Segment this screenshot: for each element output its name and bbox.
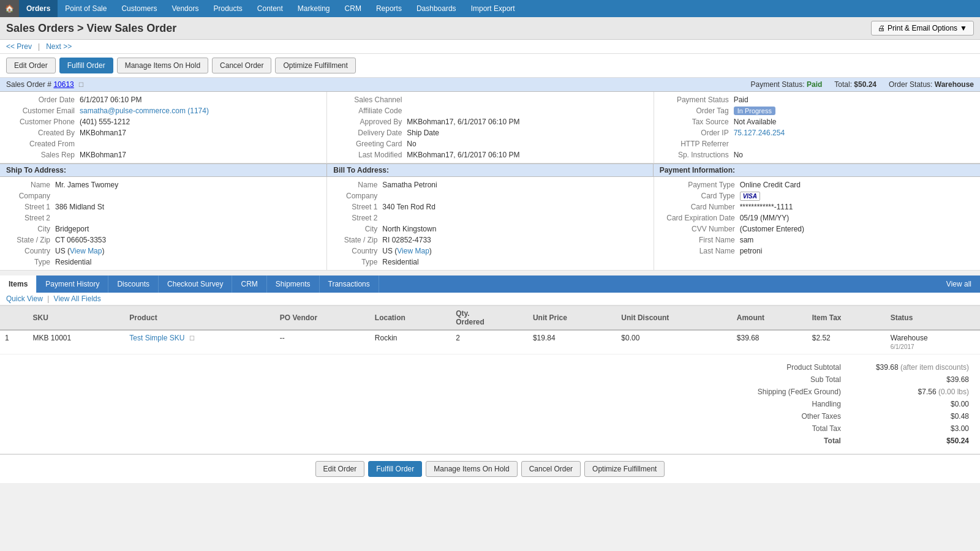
order-details-left: Order Date6/1/2017 06:10 PM Customer Ema…	[0, 92, 326, 163]
subtotal-value: $39.68	[846, 374, 973, 385]
row-amount: $39.68	[732, 330, 807, 354]
product-subtotal-label: Product Subtotal	[730, 362, 845, 373]
print-icon: 🖨	[878, 24, 885, 32]
nav-products[interactable]: Products	[206, 0, 249, 17]
next-link[interactable]: Next >>	[46, 42, 72, 51]
row-unit-price: $19.84	[528, 330, 616, 354]
total-value: $50.24	[846, 435, 973, 446]
tab-checkout-survey[interactable]: Checkout Survey	[159, 276, 232, 293]
nav-crm[interactable]: CRM	[337, 0, 369, 17]
tab-items[interactable]: Items	[0, 276, 37, 293]
totals-section: Product Subtotal $39.68 (after item disc…	[0, 354, 980, 454]
nav-reports[interactable]: Reports	[369, 0, 409, 17]
tab-discounts[interactable]: Discounts	[108, 276, 159, 293]
product-subtotal-value: $39.68 (after item discounts)	[846, 362, 973, 373]
col-po-vendor: PO Vendor	[275, 306, 370, 331]
nav-content[interactable]: Content	[250, 0, 290, 17]
payment-info-details: Payment TypeOnline Credit Card Card Type…	[654, 177, 980, 270]
bottom-optimize-button[interactable]: Optimize Fulfillment	[584, 461, 665, 477]
bottom-action-bar: Edit Order Fulfill Order Manage Items On…	[0, 454, 980, 483]
subtotal-label: Sub Total	[730, 374, 845, 385]
order-ip-link[interactable]: 75.127.246.254	[734, 129, 785, 137]
tab-shipments[interactable]: Shipments	[267, 276, 320, 293]
bill-to-header: Bill To Address:	[326, 164, 653, 176]
nav-orders[interactable]: Orders	[19, 0, 58, 17]
email-count-link[interactable]: (1174)	[187, 107, 209, 115]
handling-label: Handling	[730, 399, 845, 410]
bottom-manage-hold-button[interactable]: Manage Items On Hold	[426, 461, 517, 477]
col-status: Status	[886, 306, 980, 331]
order-header: Sales Order # 10613 ☐ Payment Status: Pa…	[0, 78, 980, 92]
row-num: 1	[0, 330, 28, 354]
row-sku: MKB 10001	[28, 330, 124, 354]
bill-to-details: NameSamatha Petroni Company Street 1340 …	[326, 177, 653, 270]
nav-marketing[interactable]: Marketing	[290, 0, 337, 17]
cancel-order-button[interactable]: Cancel Order	[212, 58, 271, 73]
quick-view-bar: Quick View | View All Fields	[0, 293, 980, 305]
nav-vendors[interactable]: Vendors	[164, 0, 206, 17]
total-tax-value: $3.00	[846, 423, 973, 434]
other-taxes-value: $0.48	[846, 411, 973, 422]
action-bar: Edit Order Fulfill Order Manage Items On…	[0, 54, 980, 78]
total-label: Total	[730, 435, 845, 446]
edit-order-button[interactable]: Edit Order	[6, 58, 56, 73]
nav-customers[interactable]: Customers	[114, 0, 164, 17]
ship-view-map-link[interactable]: View Map	[70, 247, 102, 255]
bottom-fulfill-order-button[interactable]: Fulfill Order	[368, 461, 422, 477]
payment-info-header: Payment Information:	[654, 164, 980, 176]
col-amount: Amount	[732, 306, 807, 331]
col-product: Product	[124, 306, 274, 331]
bottom-cancel-order-button[interactable]: Cancel Order	[521, 461, 581, 477]
copy-icon[interactable]: ☐	[78, 81, 84, 88]
row-unit-discount: $0.00	[616, 330, 731, 354]
dropdown-arrow-icon: ▼	[960, 24, 967, 32]
table-row: 1 MKB 10001 Test Simple SKU ☐ -- Rockin …	[0, 330, 980, 354]
bottom-edit-order-button[interactable]: Edit Order	[315, 461, 365, 477]
row-qty: 2	[451, 330, 528, 354]
order-tag-badge: In Progress	[734, 107, 775, 115]
manage-hold-button[interactable]: Manage Items On Hold	[117, 58, 208, 73]
other-taxes-label: Other Taxes	[730, 411, 845, 422]
visa-badge: VISA	[740, 192, 760, 201]
tab-transactions[interactable]: Transactions	[320, 276, 379, 293]
col-qty: Qty.Ordered	[451, 306, 528, 331]
address-headers: Ship To Address: Bill To Address: Paymen…	[0, 163, 980, 177]
tab-payment-history[interactable]: Payment History	[37, 276, 108, 293]
order-id-link[interactable]: 10613	[53, 80, 74, 89]
view-all-link[interactable]: View all	[938, 276, 980, 293]
optimize-fulfillment-button[interactable]: Optimize Fulfillment	[275, 58, 355, 73]
prev-link[interactable]: << Prev	[6, 42, 32, 51]
address-details-grid: NameMr. James Twomey Company Street 1386…	[0, 177, 980, 271]
row-po-vendor: --	[275, 330, 370, 354]
order-total: Total: $50.24	[834, 80, 876, 89]
order-details-grid: Order Date6/1/2017 06:10 PM Customer Ema…	[0, 92, 980, 163]
nav-import-export[interactable]: Import Export	[464, 0, 522, 17]
nav-dashboards[interactable]: Dashboards	[409, 0, 464, 17]
col-num	[0, 306, 28, 331]
bill-view-map-link[interactable]: View Map	[397, 247, 429, 255]
product-link[interactable]: Test Simple SKU	[129, 334, 184, 342]
page-header: Sales Orders > View Sales Order 🖨 Print …	[0, 17, 980, 40]
handling-value: $0.00	[846, 399, 973, 410]
home-button[interactable]: 🏠	[0, 0, 19, 17]
view-all-fields-link[interactable]: View All Fields	[54, 294, 101, 303]
payment-status-value: Paid	[807, 80, 822, 89]
product-copy-icon[interactable]: ☐	[189, 335, 195, 342]
page-title: Sales Orders > View Sales Order	[6, 22, 176, 35]
tab-crm[interactable]: CRM	[232, 276, 266, 293]
col-location: Location	[370, 306, 451, 331]
shipping-label: Shipping (FedEx Ground)	[730, 386, 845, 397]
fulfill-order-button[interactable]: Fulfill Order	[59, 58, 113, 73]
quick-view-link[interactable]: Quick View	[6, 294, 43, 303]
ship-to-header: Ship To Address:	[0, 164, 326, 176]
print-label: Print & Email Options	[888, 24, 957, 32]
payment-status-label: Payment Status: Paid	[751, 80, 823, 89]
order-status: Order Status: Warehouse	[889, 80, 974, 89]
col-item-tax: Item Tax	[807, 306, 886, 331]
customer-email-link[interactable]: samatha@pulse-commerce.com	[80, 107, 186, 115]
col-sku: SKU	[28, 306, 124, 331]
nav-point-of-sale[interactable]: Point of Sale	[58, 0, 114, 17]
shipping-value: $7.56 (0.00 lbs)	[846, 386, 973, 397]
row-status: Warehouse6/1/2017	[886, 330, 980, 354]
print-email-button[interactable]: 🖨 Print & Email Options ▼	[871, 21, 974, 36]
